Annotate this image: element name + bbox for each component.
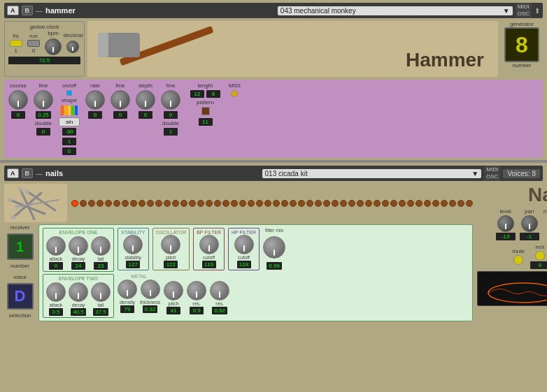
seq-dot-6[interactable] [122,200,129,207]
tail2-knob[interactable] [91,282,111,302]
seq-dot-23[interactable] [264,200,271,207]
seq-dot-22[interactable] [256,200,263,207]
pan-knob[interactable] [521,215,538,232]
seq-dot-26[interactable] [290,200,297,207]
stability-knob[interactable] [123,235,143,254]
tail-label: tail [98,256,104,261]
seq-dot-21[interactable] [248,200,255,207]
midi-dot[interactable] [231,90,238,97]
seq-dot-44[interactable] [441,200,448,207]
seq-dot-8[interactable] [138,200,145,207]
depth-knob[interactable] [136,90,155,110]
seq-dot-15[interactable] [197,200,204,207]
course-knob[interactable] [8,90,28,110]
level-col: level -13 [496,208,516,240]
seq-dot-27[interactable] [298,200,305,207]
generator-number[interactable]: 8 [504,27,539,62]
bp-res-knob[interactable] [187,281,206,300]
seq-dot-4[interactable] [105,200,112,207]
seq-dot-47[interactable] [466,200,473,207]
shape-dropdown[interactable]: sin [59,117,80,126]
bpm-label: bpm [48,30,59,36]
tail-knob[interactable] [91,236,111,256]
seq-dot-3[interactable] [97,200,104,207]
rate-knob[interactable] [85,90,105,110]
seq-dot-14[interactable] [189,200,196,207]
density-value: 79 [120,305,134,313]
seq-dot-39[interactable] [399,200,406,207]
bpm-knob[interactable] [45,38,62,55]
attack-knob[interactable] [46,236,66,256]
seq-dot-7[interactable] [130,200,137,207]
fine3-knob[interactable] [161,90,180,110]
bottom-preset-selector[interactable]: 013 cicada kit ▼ [262,169,482,178]
seq-dot-34[interactable] [357,200,364,207]
seq-dot-2[interactable] [88,200,95,207]
seq-dot-38[interactable] [390,200,397,207]
thickness-knob[interactable] [141,280,160,299]
right-panel: Nails level -13 pan -1 mian volume -4.99 [477,184,547,321]
seq-dot-28[interactable] [306,200,313,207]
seq-dot-12[interactable] [172,200,179,207]
fs-label: f/s [13,33,18,39]
seq-dot-11[interactable] [164,200,171,207]
decay2-knob[interactable] [69,282,88,302]
seq-dot-43[interactable] [432,200,439,207]
seq-dot-9[interactable] [147,200,154,207]
pitch2-knob[interactable] [164,281,183,300]
seq-dot-41[interactable] [415,200,422,207]
ms-button[interactable] [535,251,545,261]
seq-dot-29[interactable] [315,200,322,207]
seq-dot-16[interactable] [206,200,213,207]
top-preset-selector[interactable]: 043 mechanical monkey ▼ [278,6,513,15]
seq-dot-33[interactable] [348,200,355,207]
seq-dot-18[interactable] [222,200,229,207]
seq-dot-35[interactable] [365,200,372,207]
mian-vol-label: mian volume [544,208,547,215]
density-knob[interactable] [118,280,137,299]
shape-led[interactable] [66,90,72,96]
seq-dot-1[interactable] [80,200,87,207]
voice-box[interactable]: D [7,283,34,310]
seq-dot-20[interactable] [239,200,246,207]
seq-dot-24[interactable] [273,200,280,207]
seq-dot-5[interactable] [113,200,120,207]
attack2-knob[interactable] [46,282,66,302]
seq-dot-45[interactable] [449,200,456,207]
pitch-knob[interactable] [161,235,180,254]
top-a-button[interactable]: A [7,6,19,15]
seq-dot-37[interactable] [382,200,389,207]
seq-dot-10[interactable] [155,200,162,207]
filter-mix-knob[interactable] [263,236,285,259]
run-button[interactable] [27,40,40,47]
fine2-knob[interactable] [111,90,130,110]
pattern-box[interactable] [201,107,210,115]
mute-button[interactable] [513,255,523,265]
hp-res-knob[interactable] [210,281,229,300]
bp-cutoff-knob[interactable] [199,235,219,254]
seq-dot-31[interactable] [332,200,339,207]
bottom-b-button[interactable]: B [22,168,34,178]
fs-button[interactable] [10,40,22,47]
decay-knob[interactable] [69,236,88,256]
level-knob[interactable] [497,215,514,232]
seq-dot-40[interactable] [407,200,414,207]
seq-dot-13[interactable] [180,200,187,207]
seq-dot-46[interactable] [457,200,464,207]
top-b-button[interactable]: B [22,6,34,15]
decay2-value: 40.5 [71,308,86,316]
fine-knob[interactable] [34,90,53,110]
number-box[interactable]: 1 [7,233,34,260]
seq-dot-17[interactable] [214,200,221,207]
seq-dot-42[interactable] [424,200,431,207]
global-clock-title: global clock [8,24,80,30]
seq-dot-19[interactable] [231,200,238,207]
seq-dot-32[interactable] [340,200,347,207]
seq-dot-25[interactable] [281,200,288,207]
bottom-a-button[interactable]: A [7,168,19,178]
decimal-knob[interactable] [66,41,79,53]
hp-cutoff-knob[interactable] [234,235,254,254]
seq-dot-30[interactable] [323,200,330,207]
seq-dot-active[interactable] [71,200,78,207]
seq-dot-36[interactable] [374,200,381,207]
